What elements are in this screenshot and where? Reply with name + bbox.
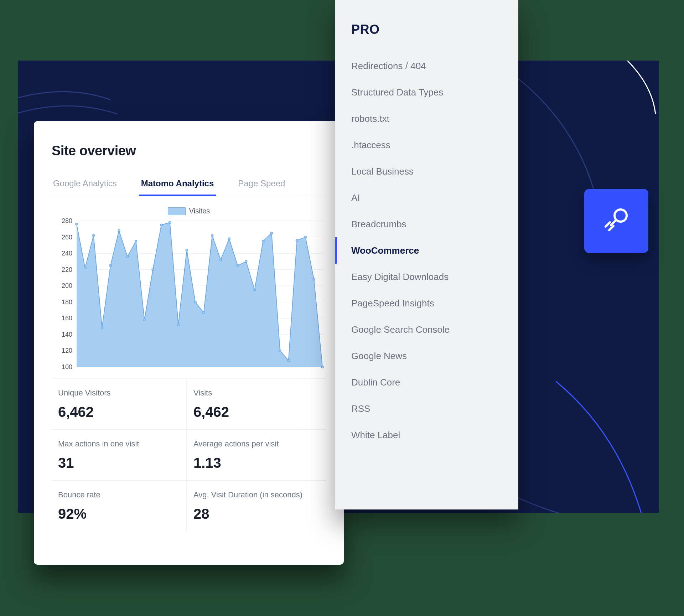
svg-text:200: 200 xyxy=(62,282,72,289)
svg-point-22 xyxy=(93,234,95,237)
metric-value: 1.13 xyxy=(193,455,320,471)
legend-swatch xyxy=(168,207,186,215)
svg-text:260: 260 xyxy=(62,234,72,241)
metric-avg-actions: Average actions per visit 1.13 xyxy=(187,430,326,481)
metric-unique-visitors: Unique Visitors 6,462 xyxy=(52,379,187,430)
svg-point-31 xyxy=(169,222,171,224)
svg-point-38 xyxy=(228,238,230,240)
svg-point-24 xyxy=(109,264,112,266)
site-overview-card: Site overview Google Analytics Matomo An… xyxy=(34,121,344,565)
metrics-grid: Unique Visitors 6,462 Visits 6,462 Max a… xyxy=(52,378,326,531)
floating-search-badge xyxy=(584,189,648,253)
svg-point-20 xyxy=(76,223,78,225)
svg-point-47 xyxy=(304,236,306,238)
svg-point-23 xyxy=(101,327,103,329)
svg-point-46 xyxy=(296,239,298,242)
svg-point-39 xyxy=(237,264,239,266)
svg-point-26 xyxy=(126,255,129,258)
metric-visits: Visits 6,462 xyxy=(187,379,326,430)
pro-item-htaccess[interactable]: .htaccess xyxy=(335,132,518,158)
svg-point-41 xyxy=(254,289,256,291)
svg-text:160: 160 xyxy=(62,315,72,322)
metric-value: 6,462 xyxy=(193,404,320,420)
svg-line-52 xyxy=(606,222,610,227)
legend-label: Visites xyxy=(189,207,210,215)
svg-point-42 xyxy=(262,240,264,242)
svg-text:140: 140 xyxy=(62,331,72,338)
svg-point-25 xyxy=(118,229,120,232)
svg-point-34 xyxy=(194,301,196,303)
svg-text:220: 220 xyxy=(62,266,72,273)
svg-point-30 xyxy=(160,224,162,226)
pro-item-google-news[interactable]: Google News xyxy=(335,343,518,369)
svg-point-27 xyxy=(135,240,137,242)
svg-point-40 xyxy=(245,260,247,263)
metric-label: Avg. Visit Duration (in seconds) xyxy=(193,490,320,499)
metric-value: 6,462 xyxy=(58,404,180,420)
svg-text:240: 240 xyxy=(62,250,72,257)
svg-point-37 xyxy=(219,259,222,261)
metric-label: Max actions in one visit xyxy=(58,439,180,449)
pro-sidebar: PRO Redirections / 404Structured Data Ty… xyxy=(335,0,518,509)
svg-text:280: 280 xyxy=(62,217,72,224)
pro-item-structured-data-types[interactable]: Structured Data Types xyxy=(335,79,518,105)
svg-text:180: 180 xyxy=(62,299,72,306)
pro-item-ai[interactable]: AI xyxy=(335,185,518,211)
svg-point-33 xyxy=(186,249,188,251)
svg-point-44 xyxy=(279,350,281,352)
pro-item-local-business[interactable]: Local Business xyxy=(335,158,518,185)
pro-item-white-label[interactable]: White Label xyxy=(335,422,518,448)
svg-point-21 xyxy=(84,267,86,269)
svg-point-32 xyxy=(177,324,180,326)
svg-point-49 xyxy=(321,366,323,368)
svg-point-28 xyxy=(143,319,145,321)
visits-chart-svg: 100120140160180200220240260280 xyxy=(52,217,326,371)
pro-item-redirections-404[interactable]: Redirections / 404 xyxy=(335,53,518,79)
metric-value: 31 xyxy=(58,455,180,471)
metric-label: Unique Visitors xyxy=(58,388,180,398)
svg-text:120: 120 xyxy=(62,347,72,354)
svg-point-36 xyxy=(211,234,213,237)
rocket-search-icon xyxy=(598,203,634,239)
pro-menu-list: Redirections / 404Structured Data Typesr… xyxy=(335,53,518,448)
svg-point-45 xyxy=(287,359,290,362)
metric-avg-duration: Avg. Visit Duration (in seconds) 28 xyxy=(187,481,326,531)
tab-page-speed[interactable]: Page Speed xyxy=(238,178,285,196)
metric-label: Average actions per visit xyxy=(193,439,320,449)
pro-item-easy-digital-downloads[interactable]: Easy Digital Downloads xyxy=(335,264,518,290)
pro-item-breadcrumbs[interactable]: Breadcrumbs xyxy=(335,211,518,237)
svg-text:100: 100 xyxy=(62,363,72,371)
metric-label: Visits xyxy=(193,388,320,398)
metric-value: 28 xyxy=(193,506,320,522)
analytics-tabs: Google Analytics Matomo Analytics Page S… xyxy=(52,178,326,196)
overview-title: Site overview xyxy=(52,143,326,159)
pro-item-dublin-core[interactable]: Dublin Core xyxy=(335,369,518,395)
metric-label: Bounce rate xyxy=(58,490,180,499)
tab-matomo-analytics[interactable]: Matomo Analytics xyxy=(141,178,214,196)
metric-bounce-rate: Bounce rate 92% xyxy=(52,481,187,531)
svg-point-35 xyxy=(203,311,205,314)
tab-google-analytics[interactable]: Google Analytics xyxy=(53,178,117,196)
svg-point-48 xyxy=(313,278,315,280)
metric-max-actions: Max actions in one visit 31 xyxy=(52,430,187,481)
pro-item-pagespeed-insights[interactable]: PageSpeed Insights xyxy=(335,290,518,316)
pro-item-rss[interactable]: RSS xyxy=(335,395,518,422)
svg-point-29 xyxy=(152,269,154,271)
pro-title: PRO xyxy=(335,14,518,53)
svg-point-43 xyxy=(270,232,273,234)
chart-legend: Visites xyxy=(52,207,326,215)
pro-item-robots-txt[interactable]: robots.txt xyxy=(335,105,518,132)
pro-item-woocommerce[interactable]: WooCommerce xyxy=(335,237,518,264)
svg-line-53 xyxy=(609,226,613,230)
pro-item-google-search-console[interactable]: Google Search Console xyxy=(335,316,518,343)
visits-chart: Visites 100120140160180200220240260280 xyxy=(52,207,326,371)
svg-line-51 xyxy=(611,220,616,225)
metric-value: 92% xyxy=(58,506,180,522)
